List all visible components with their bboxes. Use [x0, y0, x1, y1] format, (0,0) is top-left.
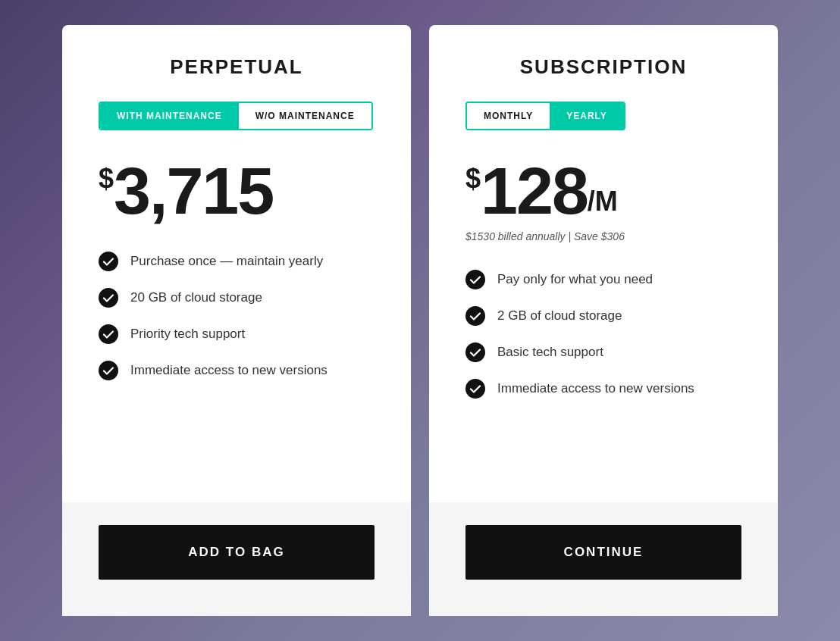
feature-text: Immediate access to new versions [130, 363, 328, 378]
perpetual-toggle-group: WITH MAINTENANCE W/O MAINTENANCE [99, 102, 373, 130]
perpetual-title: PERPETUAL [99, 55, 375, 79]
perpetual-card-footer: ADD TO BAG [62, 502, 411, 616]
svg-point-7 [465, 379, 485, 399]
check-icon [99, 252, 118, 271]
subscription-price-period: /M [588, 188, 618, 215]
perpetual-toggle-without-maintenance[interactable]: W/O MAINTENANCE [239, 103, 371, 129]
list-item: 20 GB of cloud storage [99, 288, 375, 308]
list-item: Priority tech support [99, 324, 375, 344]
list-item: Immediate access to new versions [99, 361, 375, 380]
check-icon [465, 270, 485, 289]
feature-text: Priority tech support [130, 327, 245, 342]
perpetual-price-amount: 3,715 [114, 158, 273, 224]
add-to-bag-button[interactable]: ADD TO BAG [99, 525, 375, 580]
subscription-toggle-yearly[interactable]: YEARLY [550, 103, 624, 129]
subscription-toggle-monthly[interactable]: MONTHLY [467, 103, 550, 129]
check-icon [99, 324, 118, 344]
check-icon [465, 379, 485, 399]
subscription-features-list: Pay only for what you need 2 GB of cloud… [465, 270, 741, 472]
check-icon [99, 361, 118, 380]
check-icon [99, 288, 118, 308]
feature-text: Pay only for what you need [497, 272, 653, 287]
perpetual-price-section: $ 3,715 [99, 158, 375, 224]
svg-point-5 [465, 306, 485, 326]
list-item: Pay only for what you need [465, 270, 741, 289]
perpetual-price-symbol: $ [99, 165, 114, 192]
check-icon [465, 342, 485, 362]
subscription-title: SUBSCRIPTION [465, 55, 741, 79]
continue-button[interactable]: CONTINUE [465, 525, 741, 580]
subscription-toggle-group: MONTHLY YEARLY [465, 102, 625, 130]
feature-text: Purchase once — maintain yearly [130, 254, 323, 269]
list-item: 2 GB of cloud storage [465, 306, 741, 326]
svg-point-4 [465, 270, 485, 289]
feature-text: 2 GB of cloud storage [497, 308, 622, 324]
perpetual-toggle-with-maintenance[interactable]: WITH MAINTENANCE [100, 103, 239, 129]
feature-text: 20 GB of cloud storage [130, 290, 262, 305]
subscription-price-section: $ 128 /M $1530 billed annually | Save $3… [465, 158, 741, 242]
perpetual-price-display: $ 3,715 [99, 158, 375, 224]
perpetual-features-list: Purchase once — maintain yearly 20 GB of… [99, 252, 375, 472]
svg-point-6 [465, 342, 485, 362]
list-item: Purchase once — maintain yearly [99, 252, 375, 271]
list-item: Immediate access to new versions [465, 379, 741, 399]
subscription-card-footer: CONTINUE [429, 502, 778, 616]
subscription-card: SUBSCRIPTION MONTHLY YEARLY $ 128 /M $15… [429, 25, 778, 616]
feature-text: Immediate access to new versions [497, 381, 694, 396]
check-icon [465, 306, 485, 326]
subscription-price-subtitle: $1530 billed annually | Save $306 [465, 230, 741, 242]
list-item: Basic tech support [465, 342, 741, 362]
svg-point-3 [99, 361, 118, 380]
svg-point-0 [99, 252, 118, 271]
pricing-cards-container: PERPETUAL WITH MAINTENANCE W/O MAINTENAN… [47, 10, 793, 631]
svg-point-1 [99, 288, 118, 308]
perpetual-card: PERPETUAL WITH MAINTENANCE W/O MAINTENAN… [62, 25, 411, 616]
subscription-price-symbol: $ [465, 165, 481, 192]
subscription-price-amount: 128 [481, 158, 588, 224]
svg-point-2 [99, 324, 118, 344]
feature-text: Basic tech support [497, 345, 603, 360]
subscription-price-display: $ 128 /M [465, 158, 741, 224]
